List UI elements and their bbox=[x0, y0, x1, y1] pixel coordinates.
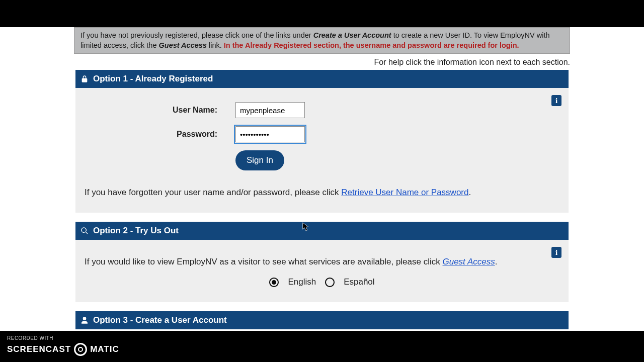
password-label: Password: bbox=[85, 130, 235, 139]
option2-body: i If you would like to view EmployNV as … bbox=[75, 240, 569, 302]
info-icon[interactable]: i bbox=[551, 247, 561, 258]
password-input[interactable] bbox=[235, 126, 305, 142]
option1-body: i User Name: Password: Sign In If you ha… bbox=[75, 88, 569, 213]
guest-pre: If you would like to view EmployNV as a … bbox=[85, 257, 442, 266]
info-icon[interactable]: i bbox=[551, 95, 561, 106]
option2-panel: Option 2 - Try Us Out i If you would lik… bbox=[75, 222, 569, 302]
guest-access-link[interactable]: Guest Access bbox=[442, 257, 495, 266]
registration-notice: If you have not previously registered, p… bbox=[74, 27, 570, 54]
guest-post: . bbox=[495, 257, 498, 266]
notice-create-account-em: Create a User Account bbox=[313, 31, 391, 39]
forgot-pre: If you have forgotten your user name and… bbox=[85, 188, 341, 197]
radio-spanish[interactable] bbox=[325, 278, 335, 287]
option1-panel: Option 1 - Already Registered i User Nam… bbox=[75, 70, 569, 213]
lang-english-label: English bbox=[288, 277, 316, 287]
notice-required-warning: In the Already Registered section, the u… bbox=[224, 41, 519, 49]
lock-icon bbox=[80, 75, 89, 83]
forgot-post: . bbox=[468, 188, 471, 197]
lang-spanish-label: Español bbox=[344, 277, 374, 287]
forgot-line: If you have forgotten your user name and… bbox=[85, 188, 559, 198]
help-instruction: For help click the information icon next… bbox=[0, 58, 570, 67]
brand-left: SCREENCAST bbox=[7, 344, 71, 354]
brand-right: MATIC bbox=[90, 344, 119, 354]
option1-title: Option 1 - Already Registered bbox=[93, 74, 213, 84]
option2-header: Option 2 - Try Us Out bbox=[75, 222, 569, 240]
notice-pre: If you have not previously registered, p… bbox=[80, 31, 313, 39]
sign-in-button[interactable]: Sign In bbox=[235, 150, 284, 170]
recorded-with-label: RECORDED WITH bbox=[7, 335, 53, 341]
screencast-o-matic-logo: SCREENCAST MATIC bbox=[7, 343, 119, 356]
brand-circle-icon bbox=[74, 343, 87, 356]
option3-title: Option 3 - Create a User Account bbox=[93, 315, 227, 325]
top-black-bar bbox=[0, 0, 644, 27]
radio-english[interactable] bbox=[269, 278, 279, 287]
option3-panel: Option 3 - Create a User Account bbox=[75, 311, 569, 329]
username-label: User Name: bbox=[85, 106, 235, 115]
option3-header: Option 3 - Create a User Account bbox=[75, 311, 569, 329]
notice-guest-access-em: Guest Access bbox=[159, 41, 207, 49]
option1-header: Option 1 - Already Registered bbox=[75, 70, 569, 88]
user-icon bbox=[80, 316, 89, 324]
guest-line: If you would like to view EmployNV as a … bbox=[85, 257, 559, 267]
retrieve-credentials-link[interactable]: Retrieve User Name or Password bbox=[341, 188, 468, 197]
search-icon bbox=[80, 227, 89, 235]
username-input[interactable] bbox=[235, 102, 305, 118]
language-radio-group: English Español bbox=[85, 277, 559, 287]
option2-title: Option 2 - Try Us Out bbox=[93, 226, 179, 236]
watermark-bar: RECORDED WITH SCREENCAST MATIC bbox=[0, 331, 644, 362]
notice-post-link: link. bbox=[207, 41, 224, 49]
